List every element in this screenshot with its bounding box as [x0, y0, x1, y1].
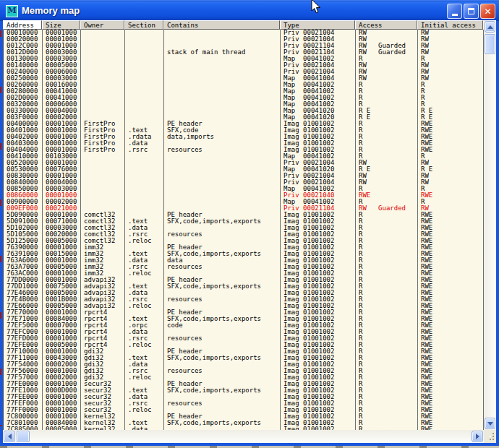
table-row[interactable]: 002D000000041000Map 00041002RR — [4, 95, 484, 101]
column-header-initial-access[interactable]: Initial access — [417, 20, 483, 30]
table-row[interactable]: 7C80000000001000kernel32PE headerImag 01… — [4, 413, 484, 420]
cell-owner — [81, 88, 125, 95]
column-header-type[interactable]: Type — [280, 20, 355, 30]
cell-section — [125, 309, 164, 316]
table-row[interactable]: 77F1100000043000gdi32.textSFX,code,impor… — [4, 355, 484, 361]
cell-section: .data — [125, 290, 164, 296]
table-row[interactable]: 77E6600000005000advapi32.relocImag 01001… — [4, 303, 484, 309]
maximize-button[interactable] — [464, 4, 479, 19]
table-row[interactable]: 0001000000001000Priv 00021004RWRW — [4, 30, 484, 36]
vertical-scrollbar-thumb[interactable] — [485, 34, 495, 54]
table-row[interactable]: 0083000000001000Priv 00021004RWRW — [4, 173, 484, 179]
cell-contains: resources — [164, 264, 281, 270]
table-row[interactable]: 0084000000004000Priv 00021004RWRW — [4, 179, 484, 186]
cell-contains: resources — [164, 368, 281, 374]
table-row[interactable]: 77EFE00000005000rpcrt4.relocImag 0100100… — [4, 342, 484, 348]
scroll-down-button[interactable] — [485, 418, 495, 429]
table-row[interactable]: 7639100000015000imm32.textSFX,code,impor… — [4, 251, 484, 257]
table-row[interactable]: 0033000000004000Map 00041020R ER E — [4, 108, 484, 114]
table-row[interactable]: 0040200000001000FirstPro.rdatadata,impor… — [4, 134, 484, 140]
close-button[interactable]: ✕ — [480, 4, 495, 19]
cell-contains — [164, 205, 281, 212]
vertical-scrollbar[interactable] — [484, 20, 496, 430]
table-row[interactable]: 5D10500000020000comctl32.rsrcresourcesIm… — [4, 231, 484, 238]
table-row[interactable]: 0025000000003000Map 00041004RWRW — [4, 75, 484, 82]
table-row[interactable]: 77FE000000001000secur32PE headerImag 010… — [4, 381, 484, 387]
scroll-left-button[interactable] — [4, 431, 15, 442]
table-row[interactable]: 77E7100000084000rpcrt4.textSFX,code,impo… — [4, 316, 484, 322]
minimize-button[interactable] — [447, 4, 462, 19]
scroll-right-button[interactable] — [472, 431, 483, 442]
table-row[interactable]: 0032000000006000Map 00041002RR — [4, 101, 484, 108]
column-header-size[interactable]: Size — [42, 20, 80, 30]
table-row[interactable]: 77DD000000001000advapi32PE headerImag 01… — [4, 277, 484, 283]
table-row[interactable]: 0040000000001000FirstProPE headerImag 01… — [4, 121, 484, 127]
scroll-up-button[interactable] — [485, 21, 495, 33]
table-row[interactable]: 0086000000001000Priv 00021040RWERWE — [4, 192, 484, 199]
table-row[interactable]: 0012C00000001000Priv 00021104RW GuardedR… — [4, 43, 484, 49]
table-row[interactable]: 003F000000002000Map 00041020R ER E — [4, 114, 484, 121]
table-row[interactable]: 0028000000041000Map 00041002RR — [4, 88, 484, 95]
table-row[interactable]: 77FEE00000001000secur32.dataImag 0100100… — [4, 394, 484, 400]
horizontal-scrollbar[interactable] — [3, 430, 484, 443]
horizontal-scrollbar-thumb[interactable] — [17, 431, 30, 442]
table-row[interactable]: 77E7000000001000rpcrt4PE headerImag 0100… — [4, 309, 484, 316]
table-row[interactable]: 0014000000005000Priv 00021004RWRW — [4, 62, 484, 69]
table-row[interactable]: 0002000000001000Priv 00021004RWRW — [4, 36, 484, 43]
table-row[interactable]: 77FE10000000D000secur32.textSFX,code,imp… — [4, 387, 484, 394]
table-row[interactable]: 77EFD00000001000rpcrt4.rsrcresourcesImag… — [4, 335, 484, 342]
table-row[interactable]: 0085000000003000Map 00041002RR — [4, 186, 484, 192]
table-row[interactable]: 77F5400000002000gdi32.dataImag 01001002R… — [4, 361, 484, 368]
table-row[interactable]: 77F1000000001000gdi32PE headerImag 01001… — [4, 348, 484, 355]
cell-owner — [81, 36, 125, 43]
table-row[interactable]: 5D10200000003000comctl32.dataImag 010010… — [4, 225, 484, 231]
cell-access: R — [356, 101, 418, 108]
column-header-section[interactable]: Section — [124, 20, 163, 30]
cell-access: R — [356, 231, 418, 238]
table-row[interactable]: 0026000000016000Map 00041002RR — [4, 82, 484, 88]
table-row[interactable]: 0024000000006000Priv 00021004RWRW — [4, 69, 484, 75]
table-row[interactable]: 77F5700000002000gdi32.relocImag 01001002… — [4, 374, 484, 381]
titlebar[interactable]: M Memory map ✕ — [0, 0, 499, 21]
table-row[interactable]: 0052000000001000Priv 00021004RWRW — [4, 160, 484, 166]
table-row[interactable]: 0041000000103000Map 00041002RR — [4, 153, 484, 160]
table-row[interactable]: 77FEF00000001000secur32.rsrcresourcesIma… — [4, 400, 484, 407]
cell-type: Priv 00021004 — [281, 30, 356, 36]
table-row[interactable]: 763A700000005000imm32.rsrcresourcesImag … — [4, 264, 484, 270]
column-header-address[interactable]: Address — [3, 20, 42, 30]
table-row[interactable]: 0053000000076000Map 00041020R ER E — [4, 166, 484, 173]
table-row[interactable]: 77F5600000001000gdi32.rsrcresourcesImag … — [4, 368, 484, 374]
column-header-contains[interactable]: Contains — [163, 20, 280, 30]
table-row[interactable]: 0090000000002000Map 00041002RR — [4, 199, 484, 205]
table-row[interactable]: 009EF00000021000Priv 00021104RW GuardedR… — [4, 205, 484, 212]
table-row[interactable]: 77E4B0000001B000advapi32.rsrcresourcesIm… — [4, 296, 484, 303]
table-row[interactable]: 5D12500000005000comctl32.relocImag 01001… — [4, 238, 484, 244]
cell-contains — [164, 342, 281, 348]
table-row[interactable]: 0040100000001000FirstPro.textSFX,codeIma… — [4, 127, 484, 134]
table-row[interactable]: 7C80100000084000kernel32.textSFX,code,im… — [4, 420, 484, 426]
table-row[interactable]: 77EF500000007000rpcrt4.orpccodeImag 0100… — [4, 322, 484, 329]
table-row[interactable]: 763A600000001000imm32.datadataImag 01001… — [4, 257, 484, 264]
table-row[interactable]: 0040400000001000FirstPro.rsrcresourcesIm… — [4, 147, 484, 153]
cell-address: 00840000 — [4, 179, 43, 186]
table-row[interactable]: 5D09100000071000comctl32.textSFX,code,im… — [4, 218, 484, 225]
table-row[interactable]: 77E4600000005000advapi32.dataImag 010010… — [4, 290, 484, 296]
table-row[interactable]: 77DD100000075000advapi32.textSFX,code,im… — [4, 283, 484, 290]
table-row[interactable]: 5D09000000001000comctl32PE headerImag 01… — [4, 212, 484, 218]
column-header-owner[interactable]: Owner — [80, 20, 124, 30]
table-row[interactable]: 0013000000003000Map 00041002RR — [4, 56, 484, 62]
table-row[interactable]: 763AC00000001000imm32.relocImag 01001002… — [4, 270, 484, 277]
table-row[interactable]: 77FF000000001000secur32.relocImag 010010… — [4, 407, 484, 413]
cell-section: .rsrc — [125, 147, 164, 153]
cell-type: Imag 01001002 — [281, 322, 356, 329]
table-row[interactable]: 7639000000001000imm32PE headerImag 01001… — [4, 244, 484, 251]
cell-contains — [164, 36, 281, 43]
column-header-access[interactable]: Access — [355, 20, 417, 30]
cell-owner — [81, 173, 125, 179]
table-row[interactable]: 77EFC00000001000rpcrt4.dataImag 01001002… — [4, 329, 484, 335]
cell-initial-access: RWE — [418, 420, 484, 426]
table-row[interactable]: 0040300000001000FirstPro.dataImag 010010… — [4, 140, 484, 147]
cell-owner: FirstPro — [81, 147, 125, 153]
table-row[interactable]: 0012D00000003000stack of main threadPriv… — [4, 49, 484, 56]
resize-grip[interactable] — [484, 430, 496, 443]
